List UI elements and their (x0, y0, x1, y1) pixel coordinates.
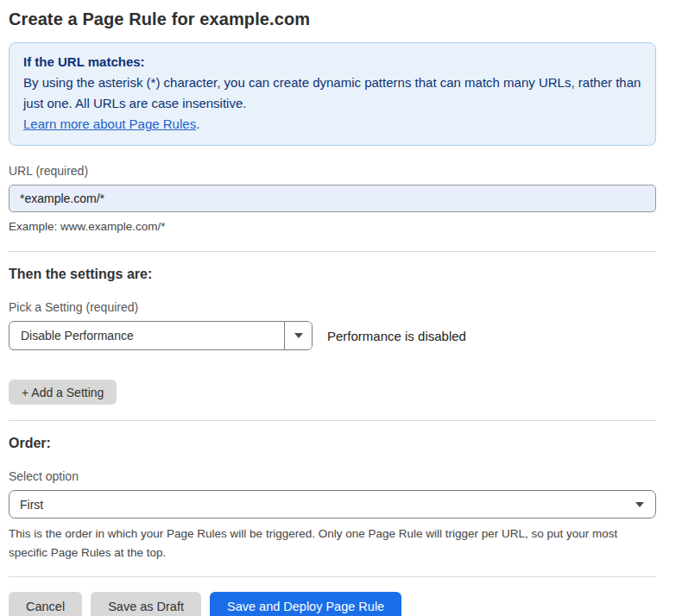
order-help-text: This is the order in which your Page Rul… (9, 525, 647, 563)
pick-setting-label: Pick a Setting (required) (9, 300, 656, 314)
form-actions: Cancel Save as Draft Save and Deploy Pag… (9, 592, 656, 616)
chevron-down-icon (635, 502, 644, 507)
order-select-label: Select option (9, 469, 656, 483)
url-example-text: Example: www.example.com/* (9, 220, 656, 233)
create-page-rule-form: Create a Page Rule for example.com If th… (9, 0, 656, 616)
chevron-down-icon (294, 333, 303, 338)
link-period: . (196, 116, 199, 131)
url-matches-info-box: If the URL matches: By using the asteris… (9, 42, 656, 146)
order-select[interactable]: First (9, 490, 656, 519)
url-input[interactable] (9, 185, 656, 212)
setting-status-text: Performance is disabled (327, 329, 466, 343)
divider (9, 251, 656, 252)
setting-select-row: Disable Performance Performance is disab… (9, 321, 656, 350)
order-select-value: First (20, 498, 43, 512)
divider (9, 576, 656, 577)
save-and-deploy-button[interactable]: Save and Deploy Page Rule (210, 592, 401, 616)
divider (9, 420, 656, 421)
learn-more-link[interactable]: Learn more about Page Rules (23, 116, 196, 131)
save-as-draft-button[interactable]: Save as Draft (91, 592, 201, 616)
setting-select-value: Disable Performance (9, 322, 284, 349)
cancel-button[interactable]: Cancel (9, 592, 82, 616)
order-section-heading: Order: (9, 436, 656, 451)
settings-section-heading: Then the settings are: (9, 267, 656, 282)
info-box-heading: If the URL matches: (23, 52, 641, 72)
setting-select-arrow-button[interactable] (284, 322, 312, 349)
url-field-label: URL (required) (9, 164, 656, 178)
page-title: Create a Page Rule for example.com (9, 9, 656, 29)
setting-select[interactable]: Disable Performance (9, 321, 313, 350)
add-setting-button[interactable]: + Add a Setting (9, 380, 117, 405)
info-box-link-line: Learn more about Page Rules. (23, 114, 641, 135)
info-box-body: By using the asterisk (*) character, you… (23, 72, 641, 114)
